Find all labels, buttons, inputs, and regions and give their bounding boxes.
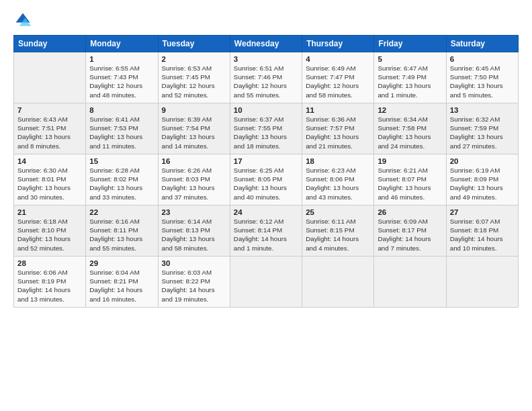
calendar-cell: 5Sunrise: 6:47 AM Sunset: 7:49 PM Daylig… bbox=[374, 52, 446, 103]
calendar-cell: 10Sunrise: 6:37 AM Sunset: 7:55 PM Dayli… bbox=[230, 103, 302, 154]
weekday-header-row: SundayMondayTuesdayWednesdayThursdayFrid… bbox=[14, 36, 519, 52]
day-info: Sunrise: 6:12 AM Sunset: 8:14 PM Dayligh… bbox=[234, 217, 298, 253]
weekday-header-saturday: Saturday bbox=[446, 36, 518, 52]
calendar-cell: 27Sunrise: 6:07 AM Sunset: 8:18 PM Dayli… bbox=[446, 205, 518, 257]
calendar-cell: 1Sunrise: 6:55 AM Sunset: 7:43 PM Daylig… bbox=[86, 52, 158, 103]
day-number: 2 bbox=[162, 55, 226, 63]
day-number: 19 bbox=[378, 157, 442, 165]
day-info: Sunrise: 6:37 AM Sunset: 7:55 PM Dayligh… bbox=[234, 115, 298, 150]
calendar-cell bbox=[230, 257, 302, 308]
day-info: Sunrise: 6:11 AM Sunset: 8:15 PM Dayligh… bbox=[306, 217, 370, 253]
day-number: 21 bbox=[17, 208, 82, 216]
day-info: Sunrise: 6:49 AM Sunset: 7:47 PM Dayligh… bbox=[306, 64, 370, 99]
day-number: 25 bbox=[306, 208, 370, 216]
day-info: Sunrise: 6:45 AM Sunset: 7:50 PM Dayligh… bbox=[450, 64, 515, 99]
calendar-cell: 4Sunrise: 6:49 AM Sunset: 7:47 PM Daylig… bbox=[302, 52, 374, 103]
day-number: 18 bbox=[306, 157, 370, 165]
day-info: Sunrise: 6:04 AM Sunset: 8:21 PM Dayligh… bbox=[89, 268, 154, 304]
day-info: Sunrise: 6:34 AM Sunset: 7:58 PM Dayligh… bbox=[378, 115, 442, 150]
day-info: Sunrise: 6:07 AM Sunset: 8:18 PM Dayligh… bbox=[450, 217, 515, 253]
day-info: Sunrise: 6:36 AM Sunset: 7:57 PM Dayligh… bbox=[306, 115, 370, 150]
day-number: 6 bbox=[450, 55, 515, 63]
day-number: 7 bbox=[17, 106, 82, 114]
day-number: 22 bbox=[89, 208, 154, 216]
weekday-header-tuesday: Tuesday bbox=[158, 36, 230, 52]
calendar-cell: 25Sunrise: 6:11 AM Sunset: 8:15 PM Dayli… bbox=[302, 205, 374, 257]
calendar-cell: 14Sunrise: 6:30 AM Sunset: 8:01 PM Dayli… bbox=[14, 154, 86, 205]
calendar-cell: 6Sunrise: 6:45 AM Sunset: 7:50 PM Daylig… bbox=[446, 52, 518, 103]
calendar-week-4: 21Sunrise: 6:18 AM Sunset: 8:10 PM Dayli… bbox=[14, 205, 519, 257]
weekday-header-thursday: Thursday bbox=[302, 36, 374, 52]
calendar-cell: 20Sunrise: 6:19 AM Sunset: 8:09 PM Dayli… bbox=[446, 154, 518, 205]
calendar-cell: 22Sunrise: 6:16 AM Sunset: 8:11 PM Dayli… bbox=[86, 205, 158, 257]
day-number: 20 bbox=[450, 157, 515, 165]
day-number: 10 bbox=[234, 106, 298, 114]
calendar-cell bbox=[302, 257, 374, 308]
day-info: Sunrise: 6:53 AM Sunset: 7:45 PM Dayligh… bbox=[162, 64, 226, 99]
calendar-cell: 11Sunrise: 6:36 AM Sunset: 7:57 PM Dayli… bbox=[302, 103, 374, 154]
day-number: 3 bbox=[234, 55, 298, 63]
day-info: Sunrise: 6:06 AM Sunset: 8:19 PM Dayligh… bbox=[17, 268, 82, 304]
day-number: 11 bbox=[306, 106, 370, 114]
page: SundayMondayTuesdayWednesdayThursdayFrid… bbox=[0, 0, 532, 411]
day-number: 1 bbox=[89, 55, 154, 63]
day-number: 13 bbox=[450, 106, 515, 114]
day-number: 29 bbox=[89, 259, 154, 267]
calendar-cell: 23Sunrise: 6:14 AM Sunset: 8:13 PM Dayli… bbox=[158, 205, 230, 257]
calendar-cell: 13Sunrise: 6:32 AM Sunset: 7:59 PM Dayli… bbox=[446, 103, 518, 154]
calendar-cell bbox=[446, 257, 518, 308]
day-info: Sunrise: 6:03 AM Sunset: 8:22 PM Dayligh… bbox=[162, 268, 226, 304]
calendar-cell: 3Sunrise: 6:51 AM Sunset: 7:46 PM Daylig… bbox=[230, 52, 302, 103]
calendar-week-5: 28Sunrise: 6:06 AM Sunset: 8:19 PM Dayli… bbox=[14, 257, 519, 308]
day-info: Sunrise: 6:16 AM Sunset: 8:11 PM Dayligh… bbox=[89, 217, 154, 253]
calendar-cell: 30Sunrise: 6:03 AM Sunset: 8:22 PM Dayli… bbox=[158, 257, 230, 308]
day-number: 5 bbox=[378, 55, 442, 63]
calendar-cell: 17Sunrise: 6:25 AM Sunset: 8:05 PM Dayli… bbox=[230, 154, 302, 205]
calendar-cell bbox=[374, 257, 446, 308]
day-info: Sunrise: 6:51 AM Sunset: 7:46 PM Dayligh… bbox=[234, 64, 298, 99]
day-number: 9 bbox=[162, 106, 226, 114]
day-info: Sunrise: 6:21 AM Sunset: 8:07 PM Dayligh… bbox=[378, 166, 442, 201]
calendar-cell: 2Sunrise: 6:53 AM Sunset: 7:45 PM Daylig… bbox=[158, 52, 230, 103]
day-info: Sunrise: 6:47 AM Sunset: 7:49 PM Dayligh… bbox=[378, 64, 442, 99]
calendar-cell: 9Sunrise: 6:39 AM Sunset: 7:54 PM Daylig… bbox=[158, 103, 230, 154]
day-info: Sunrise: 6:41 AM Sunset: 7:53 PM Dayligh… bbox=[89, 115, 154, 150]
calendar-cell: 19Sunrise: 6:21 AM Sunset: 8:07 PM Dayli… bbox=[374, 154, 446, 205]
weekday-header-friday: Friday bbox=[374, 36, 446, 52]
calendar-week-1: 1Sunrise: 6:55 AM Sunset: 7:43 PM Daylig… bbox=[14, 52, 519, 103]
day-info: Sunrise: 6:26 AM Sunset: 8:03 PM Dayligh… bbox=[162, 166, 226, 201]
day-info: Sunrise: 6:30 AM Sunset: 8:01 PM Dayligh… bbox=[17, 166, 82, 201]
weekday-header-wednesday: Wednesday bbox=[230, 36, 302, 52]
logo-icon bbox=[13, 11, 32, 30]
day-info: Sunrise: 6:28 AM Sunset: 8:02 PM Dayligh… bbox=[89, 166, 154, 201]
calendar: SundayMondayTuesdayWednesdayThursdayFrid… bbox=[13, 35, 519, 308]
day-number: 15 bbox=[89, 157, 154, 165]
day-number: 4 bbox=[306, 55, 370, 63]
day-number: 24 bbox=[234, 208, 298, 216]
calendar-cell: 15Sunrise: 6:28 AM Sunset: 8:02 PM Dayli… bbox=[86, 154, 158, 205]
calendar-cell bbox=[14, 52, 86, 103]
calendar-cell: 12Sunrise: 6:34 AM Sunset: 7:58 PM Dayli… bbox=[374, 103, 446, 154]
calendar-header: SundayMondayTuesdayWednesdayThursdayFrid… bbox=[14, 36, 519, 52]
day-info: Sunrise: 6:23 AM Sunset: 8:06 PM Dayligh… bbox=[306, 166, 370, 201]
calendar-week-2: 7Sunrise: 6:43 AM Sunset: 7:51 PM Daylig… bbox=[14, 103, 519, 154]
day-info: Sunrise: 6:32 AM Sunset: 7:59 PM Dayligh… bbox=[450, 115, 515, 150]
calendar-cell: 28Sunrise: 6:06 AM Sunset: 8:19 PM Dayli… bbox=[14, 257, 86, 308]
header bbox=[13, 11, 519, 30]
day-info: Sunrise: 6:19 AM Sunset: 8:09 PM Dayligh… bbox=[450, 166, 515, 201]
weekday-header-monday: Monday bbox=[86, 36, 158, 52]
day-info: Sunrise: 6:43 AM Sunset: 7:51 PM Dayligh… bbox=[17, 115, 82, 150]
day-number: 14 bbox=[17, 157, 82, 165]
calendar-cell: 8Sunrise: 6:41 AM Sunset: 7:53 PM Daylig… bbox=[86, 103, 158, 154]
calendar-cell: 24Sunrise: 6:12 AM Sunset: 8:14 PM Dayli… bbox=[230, 205, 302, 257]
day-info: Sunrise: 6:39 AM Sunset: 7:54 PM Dayligh… bbox=[162, 115, 226, 150]
day-info: Sunrise: 6:55 AM Sunset: 7:43 PM Dayligh… bbox=[89, 64, 154, 99]
calendar-cell: 29Sunrise: 6:04 AM Sunset: 8:21 PM Dayli… bbox=[86, 257, 158, 308]
calendar-cell: 16Sunrise: 6:26 AM Sunset: 8:03 PM Dayli… bbox=[158, 154, 230, 205]
day-number: 30 bbox=[162, 259, 226, 267]
day-info: Sunrise: 6:14 AM Sunset: 8:13 PM Dayligh… bbox=[162, 217, 226, 253]
day-number: 8 bbox=[89, 106, 154, 114]
calendar-week-3: 14Sunrise: 6:30 AM Sunset: 8:01 PM Dayli… bbox=[14, 154, 519, 205]
calendar-body: 1Sunrise: 6:55 AM Sunset: 7:43 PM Daylig… bbox=[14, 52, 519, 308]
calendar-cell: 7Sunrise: 6:43 AM Sunset: 7:51 PM Daylig… bbox=[14, 103, 86, 154]
